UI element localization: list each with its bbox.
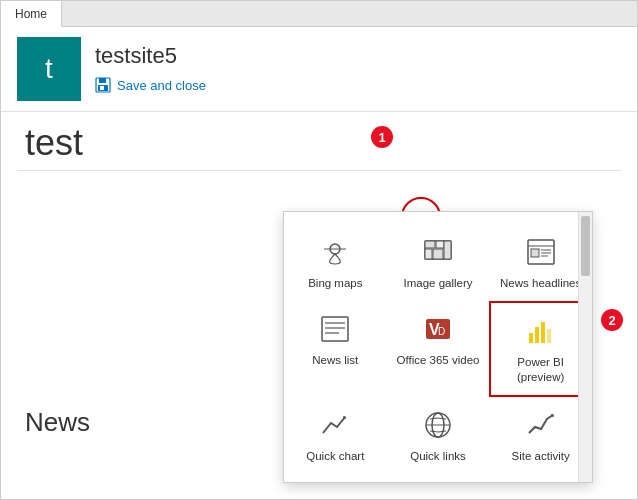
svg-rect-9 <box>425 249 432 259</box>
webpart-item-site-activity[interactable]: Site activity <box>489 397 592 474</box>
powerbi-label: Power BI (preview) <box>495 355 586 385</box>
svg-rect-8 <box>436 241 444 248</box>
office365-icon: V D <box>420 311 456 347</box>
tab-bar: Home <box>1 1 637 27</box>
site-activity-icon <box>523 407 559 443</box>
image-gallery-label: Image gallery <box>403 276 472 291</box>
image-gallery-icon <box>420 234 456 270</box>
news-list-icon <box>317 311 353 347</box>
webpart-grid: Bing maps Image gallery <box>284 224 592 474</box>
svg-rect-1 <box>99 78 106 83</box>
quick-links-icon <box>420 407 456 443</box>
webpart-item-news-list[interactable]: News list <box>284 301 387 397</box>
svg-rect-11 <box>444 241 451 259</box>
svg-rect-14 <box>531 249 539 257</box>
powerbi-icon <box>523 313 559 349</box>
webpart-item-office365-video[interactable]: V D Office 365 video <box>387 301 490 397</box>
svg-rect-25 <box>529 333 533 343</box>
svg-rect-3 <box>100 86 104 90</box>
header-area: t testsite5 Save and close <box>1 27 637 112</box>
webpart-item-news-headlines[interactable]: News headlines <box>489 224 592 301</box>
badge-2: 2 <box>601 309 623 331</box>
page-title-area: test 1 <box>1 112 637 170</box>
webpart-item-quick-chart[interactable]: Quick chart <box>284 397 387 474</box>
webpart-item-quick-links[interactable]: Quick links <box>387 397 490 474</box>
webpart-item-image-gallery[interactable]: Image gallery <box>387 224 490 301</box>
quick-chart-icon <box>317 407 353 443</box>
webpart-item-power-bi[interactable]: Power BI (preview) <box>489 301 592 397</box>
news-list-label: News list <box>312 353 358 368</box>
svg-rect-26 <box>535 327 539 343</box>
tab-home[interactable]: Home <box>1 1 62 27</box>
news-headlines-icon <box>523 234 559 270</box>
divider <box>17 170 621 171</box>
svg-text:D: D <box>438 326 445 337</box>
svg-rect-27 <box>541 322 545 343</box>
save-close-button[interactable]: Save and close <box>95 75 206 95</box>
webpart-item-bing-maps[interactable]: Bing maps <box>284 224 387 301</box>
quick-links-label: Quick links <box>410 449 466 464</box>
news-headlines-label: News headlines <box>500 276 581 291</box>
bing-maps-icon <box>317 234 353 270</box>
svg-rect-7 <box>425 241 435 248</box>
svg-rect-10 <box>433 249 443 259</box>
site-icon: t <box>17 37 81 101</box>
dropdown-scrollbar[interactable] <box>578 212 592 482</box>
badge-1: 1 <box>371 126 393 148</box>
app-window: Home t testsite5 Save and close test 1 <box>0 0 638 500</box>
site-activity-label: Site activity <box>512 449 570 464</box>
page-title: test <box>25 122 83 164</box>
quick-chart-label: Quick chart <box>306 449 364 464</box>
office365-video-label: Office 365 video <box>397 353 480 368</box>
svg-rect-18 <box>322 317 348 341</box>
bing-maps-label: Bing maps <box>308 276 362 291</box>
save-close-label: Save and close <box>117 78 206 93</box>
svg-rect-28 <box>547 329 551 343</box>
scrollbar-thumb[interactable] <box>581 216 590 276</box>
webpart-picker-panel: Bing maps Image gallery <box>283 211 593 483</box>
header-right: testsite5 Save and close <box>95 43 206 95</box>
save-icon <box>95 77 111 93</box>
site-title: testsite5 <box>95 43 206 69</box>
